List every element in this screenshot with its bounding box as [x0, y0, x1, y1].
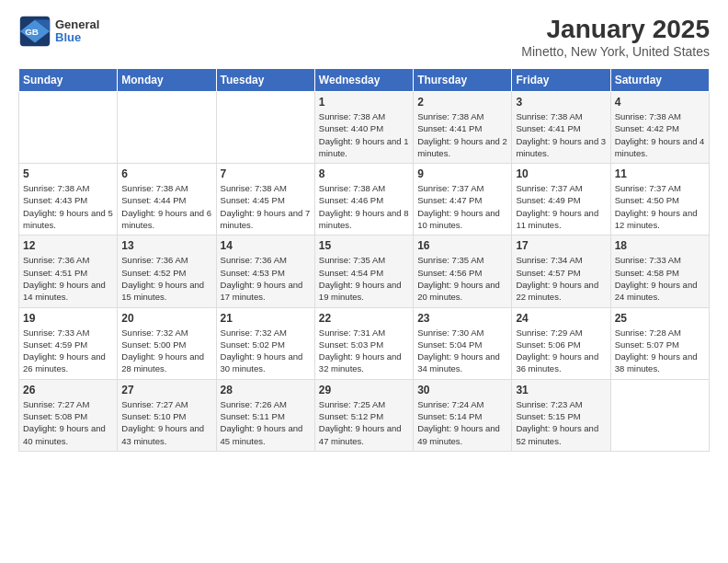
day-number: 20 [121, 312, 211, 325]
day-info: Sunrise: 7:37 AM Sunset: 4:49 PM Dayligh… [516, 182, 606, 231]
day-info: Sunrise: 7:33 AM Sunset: 4:58 PM Dayligh… [615, 254, 705, 303]
calendar-cell [118, 92, 216, 164]
day-number: 29 [319, 384, 409, 396]
day-number: 9 [417, 167, 507, 180]
calendar-week-row: 26Sunrise: 7:27 AM Sunset: 5:08 PM Dayli… [19, 379, 710, 451]
calendar-cell: 29Sunrise: 7:25 AM Sunset: 5:12 PM Dayli… [314, 379, 413, 451]
calendar-cell: 7Sunrise: 7:38 AM Sunset: 4:45 PM Daylig… [216, 164, 314, 236]
calendar-title: January 2025 [521, 15, 710, 44]
day-number: 19 [23, 312, 113, 325]
day-number: 22 [319, 312, 409, 325]
svg-text:GB: GB [25, 27, 39, 37]
calendar-cell: 6Sunrise: 7:38 AM Sunset: 4:44 PM Daylig… [118, 164, 216, 236]
calendar-subtitle: Minetto, New York, United States [521, 44, 710, 59]
calendar-cell [19, 92, 118, 164]
day-info: Sunrise: 7:28 AM Sunset: 5:07 PM Dayligh… [615, 327, 705, 375]
day-number: 24 [516, 312, 606, 325]
day-info: Sunrise: 7:23 AM Sunset: 5:15 PM Dayligh… [516, 398, 606, 447]
day-number: 31 [516, 384, 606, 396]
logo-text: General Blue [55, 18, 99, 45]
day-number: 25 [615, 312, 705, 325]
calendar-header: SundayMondayTuesdayWednesdayThursdayFrid… [19, 69, 710, 92]
day-number: 23 [417, 312, 507, 325]
calendar-cell: 14Sunrise: 7:36 AM Sunset: 4:53 PM Dayli… [216, 236, 314, 307]
calendar-cell: 11Sunrise: 7:37 AM Sunset: 4:50 PM Dayli… [610, 164, 709, 236]
day-info: Sunrise: 7:30 AM Sunset: 5:04 PM Dayligh… [417, 327, 507, 375]
day-info: Sunrise: 7:35 AM Sunset: 4:54 PM Dayligh… [319, 254, 409, 303]
calendar-week-row: 19Sunrise: 7:33 AM Sunset: 4:59 PM Dayli… [19, 307, 710, 379]
calendar-cell: 19Sunrise: 7:33 AM Sunset: 4:59 PM Dayli… [19, 307, 118, 379]
day-info: Sunrise: 7:38 AM Sunset: 4:45 PM Dayligh… [221, 182, 311, 231]
calendar-body: 1Sunrise: 7:38 AM Sunset: 4:40 PM Daylig… [19, 92, 710, 452]
calendar-cell: 31Sunrise: 7:23 AM Sunset: 5:15 PM Dayli… [512, 379, 610, 451]
day-info: Sunrise: 7:38 AM Sunset: 4:41 PM Dayligh… [516, 110, 606, 159]
weekday-header: Saturday [610, 69, 709, 92]
day-info: Sunrise: 7:38 AM Sunset: 4:41 PM Dayligh… [417, 110, 507, 159]
day-number: 14 [221, 239, 311, 252]
day-number: 11 [615, 167, 705, 180]
calendar-cell: 10Sunrise: 7:37 AM Sunset: 4:49 PM Dayli… [512, 164, 610, 236]
logo-blue: Blue [55, 31, 99, 44]
calendar-cell: 28Sunrise: 7:26 AM Sunset: 5:11 PM Dayli… [216, 379, 314, 451]
calendar-cell: 20Sunrise: 7:32 AM Sunset: 5:00 PM Dayli… [118, 307, 216, 379]
day-number: 15 [319, 239, 409, 252]
day-number: 7 [221, 167, 311, 180]
calendar-cell [216, 92, 314, 164]
calendar-cell [610, 379, 709, 451]
calendar-cell: 5Sunrise: 7:38 AM Sunset: 4:43 PM Daylig… [19, 164, 118, 236]
weekday-header: Sunday [19, 69, 118, 92]
calendar-cell: 8Sunrise: 7:38 AM Sunset: 4:46 PM Daylig… [314, 164, 413, 236]
day-info: Sunrise: 7:37 AM Sunset: 4:47 PM Dayligh… [417, 182, 507, 231]
day-info: Sunrise: 7:34 AM Sunset: 4:57 PM Dayligh… [516, 254, 606, 303]
day-info: Sunrise: 7:36 AM Sunset: 4:51 PM Dayligh… [23, 254, 113, 303]
calendar-cell: 27Sunrise: 7:27 AM Sunset: 5:10 PM Dayli… [118, 379, 216, 451]
calendar-cell: 15Sunrise: 7:35 AM Sunset: 4:54 PM Dayli… [314, 236, 413, 307]
day-info: Sunrise: 7:27 AM Sunset: 5:08 PM Dayligh… [23, 398, 113, 447]
day-info: Sunrise: 7:36 AM Sunset: 4:53 PM Dayligh… [221, 254, 311, 303]
calendar-week-row: 5Sunrise: 7:38 AM Sunset: 4:43 PM Daylig… [19, 164, 710, 236]
logo-icon: GB [18, 15, 51, 48]
calendar-cell: 22Sunrise: 7:31 AM Sunset: 5:03 PM Dayli… [314, 307, 413, 379]
day-number: 16 [417, 239, 507, 252]
day-info: Sunrise: 7:32 AM Sunset: 5:02 PM Dayligh… [221, 327, 311, 375]
calendar-cell: 17Sunrise: 7:34 AM Sunset: 4:57 PM Dayli… [512, 236, 610, 307]
day-number: 1 [319, 96, 409, 109]
weekday-header: Tuesday [216, 69, 314, 92]
day-info: Sunrise: 7:38 AM Sunset: 4:40 PM Dayligh… [319, 110, 409, 159]
calendar-cell: 1Sunrise: 7:38 AM Sunset: 4:40 PM Daylig… [314, 92, 413, 164]
page: GB General Blue January 2025 Minetto, Ne… [0, 0, 728, 563]
calendar-table: SundayMondayTuesdayWednesdayThursdayFrid… [18, 68, 710, 452]
weekday-header: Monday [118, 69, 216, 92]
calendar-week-row: 12Sunrise: 7:36 AM Sunset: 4:51 PM Dayli… [19, 236, 710, 307]
calendar-week-row: 1Sunrise: 7:38 AM Sunset: 4:40 PM Daylig… [19, 92, 710, 164]
day-info: Sunrise: 7:38 AM Sunset: 4:42 PM Dayligh… [615, 110, 705, 159]
day-number: 27 [121, 384, 211, 396]
day-number: 28 [221, 384, 311, 396]
calendar-cell: 2Sunrise: 7:38 AM Sunset: 4:41 PM Daylig… [414, 92, 512, 164]
logo-general: General [55, 18, 99, 31]
calendar-cell: 13Sunrise: 7:36 AM Sunset: 4:52 PM Dayli… [118, 236, 216, 307]
calendar-cell: 21Sunrise: 7:32 AM Sunset: 5:02 PM Dayli… [216, 307, 314, 379]
day-info: Sunrise: 7:31 AM Sunset: 5:03 PM Dayligh… [319, 327, 409, 375]
weekday-header: Friday [512, 69, 610, 92]
day-info: Sunrise: 7:35 AM Sunset: 4:56 PM Dayligh… [417, 254, 507, 303]
day-number: 3 [516, 96, 606, 109]
day-info: Sunrise: 7:27 AM Sunset: 5:10 PM Dayligh… [121, 398, 211, 447]
day-number: 21 [221, 312, 311, 325]
day-number: 26 [23, 384, 113, 396]
weekday-row: SundayMondayTuesdayWednesdayThursdayFrid… [19, 69, 710, 92]
day-info: Sunrise: 7:25 AM Sunset: 5:12 PM Dayligh… [319, 398, 409, 447]
day-number: 5 [23, 167, 113, 180]
weekday-header: Thursday [414, 69, 512, 92]
calendar-cell: 25Sunrise: 7:28 AM Sunset: 5:07 PM Dayli… [610, 307, 709, 379]
day-number: 10 [516, 167, 606, 180]
day-number: 18 [615, 239, 705, 252]
calendar-cell: 16Sunrise: 7:35 AM Sunset: 4:56 PM Dayli… [414, 236, 512, 307]
day-number: 6 [121, 167, 211, 180]
calendar-cell: 9Sunrise: 7:37 AM Sunset: 4:47 PM Daylig… [414, 164, 512, 236]
day-number: 2 [417, 96, 507, 109]
day-info: Sunrise: 7:38 AM Sunset: 4:46 PM Dayligh… [319, 182, 409, 231]
day-number: 12 [23, 239, 113, 252]
day-number: 30 [417, 384, 507, 396]
calendar-cell: 12Sunrise: 7:36 AM Sunset: 4:51 PM Dayli… [19, 236, 118, 307]
